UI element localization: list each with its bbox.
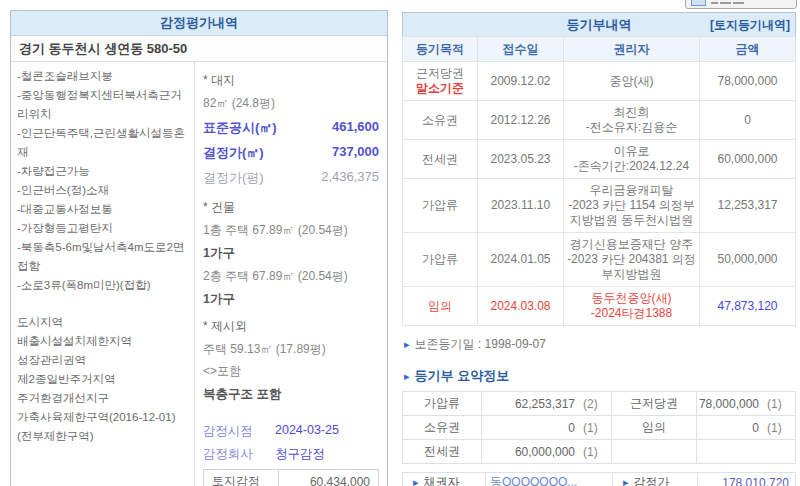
zoning-line: 제2종일반주거지역 bbox=[17, 370, 188, 389]
description-line: -중앙동행정복지센터북서측근거리위치 bbox=[17, 86, 188, 124]
registry-row-auction: 임의 2024.03.08 동두천중앙(새) -2024타경1388 47,87… bbox=[403, 287, 796, 326]
valuation-row: 토지감정 60,434,000 bbox=[204, 470, 379, 486]
land-price-row: 표준공시(㎡) 461,600 bbox=[203, 119, 379, 137]
col-header-purpose: 등기목적 bbox=[403, 37, 478, 62]
col-header-holder: 권리자 bbox=[564, 37, 700, 62]
appraisal-panel-title: 감정평가내역 bbox=[11, 11, 387, 36]
description-line: -북동측5-6m및남서측4m도로2면접함 bbox=[17, 238, 188, 276]
appraisal-company-row: 감정회사 청구감정 bbox=[203, 446, 379, 463]
description-line: -소로3류(폭8m미만)(접합) bbox=[17, 276, 188, 295]
malso-badge: 말소기준 bbox=[405, 81, 475, 96]
registry-summary-table: 가압류 62,253,317(2) 근저당권 78,000,000(1) 소유권… bbox=[402, 391, 796, 464]
case-parties-table: ▸채권자 동OOOOOOO... ▸감정가 178,010,720 ▸채무자 최… bbox=[402, 472, 796, 486]
land-area: 82㎡ (24.8평) bbox=[203, 95, 379, 112]
summary-row: 가압류 62,253,317(2) 근저당권 78,000,000(1) bbox=[403, 392, 796, 416]
appraisal-detail-column: * 대지 82㎡ (24.8평) 표준공시(㎡) 461,600 결정가(㎡) … bbox=[195, 62, 387, 486]
cropped-text-fragment bbox=[711, 2, 718, 4]
registry-row: 가압류 2024.01.05 경기신용보증재단 양주 -2023 카단 2043… bbox=[403, 233, 796, 287]
party-row: ▸채권자 동OOOOOOO... ▸감정가 178,010,720 bbox=[403, 473, 796, 486]
description-line: -인근단독주택,근린생활시설등혼재 bbox=[17, 124, 188, 162]
window-icon bbox=[691, 0, 706, 6]
appraised-value: 178,010,720 bbox=[698, 473, 796, 486]
zoning-line: 가축사육제한구역(2016-12-01)(전부제한구역) bbox=[17, 408, 188, 446]
building-section-label: * 건물 bbox=[203, 199, 379, 216]
cropped-text-fragment bbox=[733, 2, 744, 4]
preservation-date-line: ▸보존등기일 : 1998-09-07 bbox=[404, 336, 796, 353]
extra-note: 복층구조 포함 bbox=[203, 386, 379, 403]
description-line: -철콘조슬래브지붕 bbox=[17, 67, 188, 86]
bullet-arrow-icon: ▸ bbox=[404, 338, 410, 350]
building-line: 1가구 bbox=[203, 245, 379, 262]
zoning-line: 성장관리권역 bbox=[17, 351, 188, 370]
building-line: 1가구 bbox=[203, 291, 379, 308]
registry-table: 등기부내역 [토지등기내역] 등기목적 접수일 권리자 금액 근저당권 말소기준… bbox=[402, 12, 796, 326]
registry-row: 근저당권 말소기준 2009.12.02 중앙(새) 78,000,000 bbox=[403, 62, 796, 101]
creditor-link[interactable]: 동OOOOOOO... bbox=[490, 475, 577, 486]
description-line: -인근버스(정)소재 bbox=[17, 181, 188, 200]
summary-row: 전세권 60,000,000(1) bbox=[403, 440, 796, 464]
appraisal-panel: 감정평가내역 경기 동두천시 생연동 580-50 -철콘조슬래브지붕 -중앙동… bbox=[10, 10, 388, 486]
description-line: -가장형등고평탄지 bbox=[17, 219, 188, 238]
appraisal-date-row: 감정시점 2024-03-25 bbox=[203, 423, 379, 440]
bullet-arrow-icon: ▸ bbox=[404, 370, 410, 382]
land-price-row: 결정가(㎡) 737,000 bbox=[203, 144, 379, 162]
property-description-list: -철콘조슬래브지붕 -중앙동행정복지센터북서측근거리위치 -인근단독주택,근린생… bbox=[11, 62, 195, 486]
registry-summary-title: ▸등기부 요약정보 bbox=[404, 367, 796, 385]
valuation-table: 토지감정 60,434,000 건물감정 71,691,840 제시외 45,8… bbox=[203, 469, 379, 486]
bullet-arrow-icon: ▸ bbox=[413, 476, 419, 486]
registry-row: 가압류 2023.11.10 우리금융캐피탈 -2023 카단 1154 의정부… bbox=[403, 179, 796, 233]
building-line: 1층 주택 67.89㎡ (20.54평) bbox=[203, 222, 379, 239]
registry-row: 전세권 2023.05.23 이유로 -존속기간:2024.12.24 60,0… bbox=[403, 140, 796, 179]
summary-row: 소유권 0(1) 임의 0(1) bbox=[403, 416, 796, 440]
zoning-line: 배출시설설치제한지역 bbox=[17, 332, 188, 351]
land-section-label: * 대지 bbox=[203, 72, 379, 89]
bullet-arrow-icon: ▸ bbox=[623, 476, 629, 486]
extra-line: <>포함 bbox=[203, 363, 379, 380]
cropped-toolbar-button[interactable] bbox=[685, 0, 797, 9]
description-line: -차량접근가능 bbox=[17, 162, 188, 181]
extra-section-label: * 제시외 bbox=[203, 318, 379, 335]
zoning-line: 주거환경개선지구 bbox=[17, 389, 188, 408]
page-root: 감정평가내역 경기 동두천시 생연동 580-50 -철콘조슬래브지붕 -중앙동… bbox=[0, 0, 800, 486]
land-registry-link[interactable]: [토지등기내역] bbox=[710, 13, 790, 37]
col-header-date: 접수일 bbox=[478, 37, 564, 62]
land-price-row: 결정가(평) 2,436,375 bbox=[203, 169, 379, 187]
description-line: -대중교통사정보통 bbox=[17, 200, 188, 219]
zoning-line: 도시지역 bbox=[17, 313, 188, 332]
registry-panel: 등기부내역 [토지등기내역] 등기목적 접수일 권리자 금액 근저당권 말소기준… bbox=[402, 12, 796, 486]
extra-line: 주택 59.13㎡ (17.89평) bbox=[203, 341, 379, 358]
cropped-text-fragment bbox=[720, 2, 731, 4]
building-line: 2층 주택 67.89㎡ (20.54평) bbox=[203, 268, 379, 285]
property-address: 경기 동두천시 생연동 580-50 bbox=[11, 36, 387, 62]
col-header-amount: 금액 bbox=[700, 37, 796, 62]
registry-row: 소유권 2012.12.26 최진희 -전소유자:김용순 0 bbox=[403, 101, 796, 140]
